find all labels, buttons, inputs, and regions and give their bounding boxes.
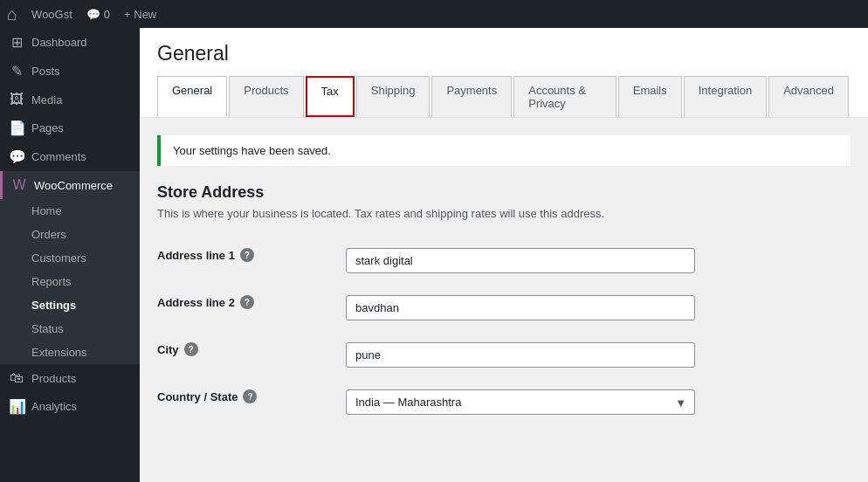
form-row-address1: Address line 1 ? (157, 238, 851, 285)
sidebar-item-comments[interactable]: 💬 Comments (0, 142, 140, 171)
site-name[interactable]: WooGst (31, 8, 72, 21)
tab-payments[interactable]: Payments (431, 76, 512, 117)
sidebar-item-pages[interactable]: 📄 Pages (0, 114, 140, 142)
sidebar-item-posts[interactable]: ✎ Posts (0, 57, 140, 86)
tab-products[interactable]: Products (229, 76, 303, 117)
field-city (346, 342, 851, 368)
help-icon-city[interactable]: ? (184, 342, 198, 356)
tab-integration[interactable]: Integration (684, 76, 767, 117)
new-button[interactable]: + New (124, 8, 156, 21)
sidebar-item-label: Posts (31, 65, 60, 78)
sidebar-item-label: Analytics (31, 400, 77, 413)
comments-icon: 💬 (9, 148, 24, 165)
sidebar-item-woocommerce[interactable]: W WooCommerce (0, 171, 140, 199)
help-icon-address2[interactable]: ? (240, 295, 254, 309)
section-description: This is where your business is located. … (157, 207, 851, 220)
form-row-address2: Address line 2 ? (157, 285, 851, 332)
content-area: Your settings have been saved. Store Add… (140, 118, 868, 444)
success-notice: Your settings have been saved. (157, 135, 851, 166)
woocommerce-submenu: Home Orders Customers Reports Settings S… (0, 199, 140, 364)
form-row-country: Country / State ? India — Maharashtra ▼ (157, 379, 851, 426)
posts-icon: ✎ (9, 63, 24, 79)
sidebar-item-analytics[interactable]: 📊 Analytics (0, 392, 140, 421)
sidebar: ⊞ Dashboard ✎ Posts 🖼 Media 📄 Pages 💬 Co… (0, 28, 140, 482)
tab-tax[interactable]: Tax (306, 76, 355, 117)
new-label: + New (124, 8, 156, 21)
field-address1 (346, 248, 851, 273)
media-icon: 🖼 (9, 92, 24, 107)
submenu-item-home[interactable]: Home (0, 199, 140, 223)
top-bar: ⌂ WooGst 💬 0 + New (0, 0, 868, 28)
sidebar-item-label: Products (31, 372, 76, 385)
dashboard-icon: ⊞ (9, 34, 24, 51)
submenu-item-reports[interactable]: Reports (0, 270, 140, 293)
sidebar-item-label: Pages (31, 121, 64, 134)
submenu-item-settings[interactable]: Settings (0, 293, 140, 317)
select-wrapper-country: India — Maharashtra ▼ (346, 389, 695, 415)
field-country: India — Maharashtra ▼ (346, 389, 851, 415)
main-header: General General Products Tax Shipping Pa… (140, 28, 868, 118)
tab-shipping[interactable]: Shipping (356, 76, 431, 117)
label-address2: Address line 2 ? (157, 295, 332, 309)
input-address1[interactable] (346, 248, 695, 273)
input-city[interactable] (346, 342, 695, 368)
sidebar-item-label: WooCommerce (34, 179, 113, 192)
sidebar-item-label: Media (31, 93, 62, 107)
submenu-item-status[interactable]: Status (0, 317, 140, 341)
sidebar-item-dashboard[interactable]: ⊞ Dashboard (0, 28, 140, 57)
section-title: Store Address (157, 183, 851, 202)
sidebar-item-label: Dashboard (31, 36, 87, 49)
pages-icon: 📄 (9, 120, 24, 136)
sidebar-item-products[interactable]: 🛍 Products (0, 364, 140, 392)
input-address2[interactable] (346, 295, 695, 320)
label-country: Country / State ? (157, 389, 332, 403)
site-name-label: WooGst (31, 8, 72, 21)
wp-logo: ⌂ (7, 4, 17, 24)
main-content: General General Products Tax Shipping Pa… (140, 28, 868, 482)
tab-emails[interactable]: Emails (618, 76, 682, 117)
field-address2 (346, 295, 851, 320)
help-icon-country[interactable]: ? (243, 389, 257, 403)
settings-tabs: General Products Tax Shipping Payments A… (157, 76, 851, 117)
help-icon-address1[interactable]: ? (240, 248, 254, 262)
store-address-section: Store Address This is where your busines… (157, 183, 851, 426)
comments-count: 0 (104, 8, 110, 21)
products-icon: 🛍 (9, 370, 24, 386)
submenu-item-extensions[interactable]: Extensions (0, 341, 140, 364)
tab-general[interactable]: General (157, 76, 227, 117)
analytics-icon: 📊 (9, 398, 24, 415)
submenu-item-orders[interactable]: Orders (0, 223, 140, 246)
select-country[interactable]: India — Maharashtra (346, 389, 695, 415)
sidebar-item-media[interactable]: 🖼 Media (0, 86, 140, 114)
label-address1: Address line 1 ? (157, 248, 332, 262)
tab-advanced[interactable]: Advanced (768, 76, 849, 117)
label-city: City ? (157, 342, 332, 356)
sidebar-item-label: Comments (31, 150, 86, 163)
submenu-item-customers[interactable]: Customers (0, 246, 140, 270)
comments-link[interactable]: 💬 0 (86, 8, 110, 21)
tab-accounts-privacy[interactable]: Accounts & Privacy (513, 76, 617, 117)
page-title: General (157, 42, 851, 65)
form-row-city: City ? (157, 332, 851, 379)
layout: ⊞ Dashboard ✎ Posts 🖼 Media 📄 Pages 💬 Co… (0, 28, 868, 482)
notice-text: Your settings have been saved. (173, 144, 331, 157)
woocommerce-icon: W (11, 177, 27, 193)
